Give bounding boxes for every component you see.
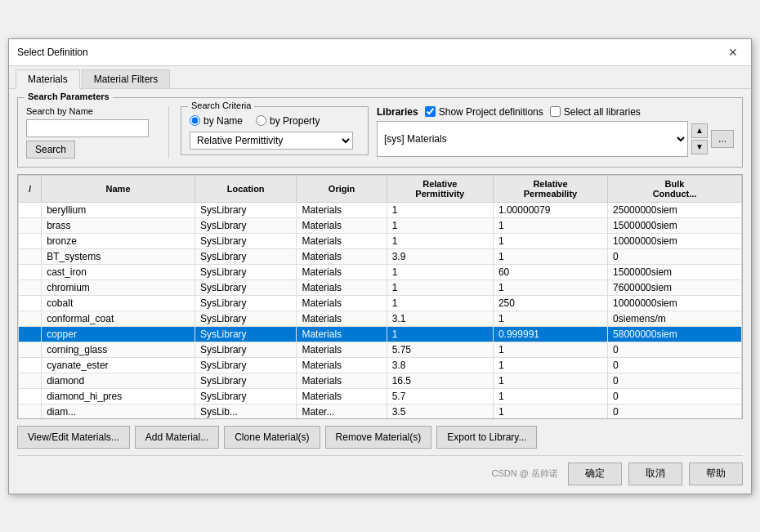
cell-location: SysLibrary — [194, 295, 297, 311]
cell-rel-perm: 1 — [387, 233, 493, 248]
cell-rel-perm: 1 — [387, 217, 493, 233]
show-project-def-label[interactable]: Show Project definitions — [425, 106, 543, 118]
cell-sort — [19, 248, 42, 264]
cell-rel-perm: 1 — [387, 264, 493, 279]
ok-button[interactable]: 确定 — [568, 463, 622, 485]
cell-sort — [19, 357, 42, 373]
select-all-libraries-label[interactable]: Select all libraries — [550, 106, 641, 118]
close-button[interactable]: ✕ — [723, 44, 743, 60]
cell-sort — [19, 326, 42, 342]
search-criteria-section: Search Criteria by Name by Property Rela… — [181, 106, 369, 155]
table-row[interactable]: brassSysLibraryMaterials1115000000siem — [19, 217, 742, 233]
cell-bulk-cond: 0 — [608, 373, 742, 388]
cell-name: cobalt — [42, 295, 195, 311]
browse-button[interactable]: ... — [711, 130, 734, 148]
cell-name: cast_iron — [42, 264, 195, 279]
cell-location: SysLibrary — [194, 388, 297, 404]
cell-origin: Materials — [297, 357, 387, 373]
table-row[interactable]: diamond_hi_presSysLibraryMaterials5.710 — [19, 388, 742, 404]
cell-sort — [19, 388, 42, 404]
cell-origin: Materials — [297, 217, 387, 233]
cell-location: SysLibrary — [194, 311, 297, 326]
cell-bulk-cond: 0siemens/m — [608, 311, 742, 326]
cell-rel-perm: 5.7 — [387, 388, 493, 404]
cell-rel-perm: 5.75 — [387, 342, 493, 357]
confirm-row: CSDN @ 岳帅诺 确定 取消 帮助 — [17, 455, 743, 485]
table-row[interactable]: berylliumSysLibraryMaterials11.000000792… — [19, 202, 742, 217]
table-row[interactable]: diam...SysLib...Mater...3.510 — [19, 404, 742, 419]
col-name[interactable]: Name — [42, 175, 195, 202]
tabs-container: Materials Material Filters — [9, 66, 751, 89]
cell-origin: Mater... — [297, 404, 387, 419]
cell-rel-permea: 1 — [493, 217, 607, 233]
cell-sort — [19, 342, 42, 357]
add-material-button[interactable]: Add Material... — [135, 426, 219, 449]
radio-by-property[interactable]: by Property — [256, 115, 320, 127]
search-params-legend: Search Parameters — [25, 92, 113, 101]
select-all-libraries-checkbox[interactable] — [550, 106, 561, 117]
library-combo[interactable]: [sys] Materials — [377, 121, 688, 157]
cancel-button[interactable]: 取消 — [628, 463, 682, 485]
cell-bulk-cond: 0 — [608, 342, 742, 357]
col-sort: / — [19, 175, 42, 202]
cell-location: SysLibrary — [194, 342, 297, 357]
library-combo-row: [sys] Materials ▲ ▼ ... — [377, 121, 734, 157]
cell-origin: Materials — [297, 202, 387, 217]
cell-rel-perm: 1 — [387, 326, 493, 342]
table-row[interactable]: corning_glassSysLibraryMaterials5.7510 — [19, 342, 742, 357]
clone-material-button[interactable]: Clone Material(s) — [224, 426, 320, 449]
remove-material-button[interactable]: Remove Material(s) — [325, 426, 432, 449]
table-row[interactable]: cyanate_esterSysLibraryMaterials3.810 — [19, 357, 742, 373]
cell-rel-permea: 1 — [493, 357, 607, 373]
table-row[interactable]: BT_systemsSysLibraryMaterials3.910 — [19, 248, 742, 264]
export-library-button[interactable]: Export to Library... — [436, 426, 537, 449]
tab-materials[interactable]: Materials — [16, 69, 80, 89]
title-bar: Select Definition ✕ — [9, 39, 751, 66]
cell-name: corning_glass — [42, 342, 195, 357]
show-project-def-text: Show Project definitions — [439, 106, 543, 118]
col-origin[interactable]: Origin — [297, 175, 387, 202]
show-project-def-checkbox[interactable] — [425, 106, 436, 117]
cell-bulk-cond: 0 — [608, 388, 742, 404]
search-params-inner: Search by Name Search Search Criteria by… — [26, 106, 734, 159]
table-row[interactable]: bronzeSysLibraryMaterials1110000000siem — [19, 233, 742, 248]
radio-by-name-label: by Name — [203, 115, 243, 127]
help-button[interactable]: 帮助 — [689, 463, 743, 485]
cell-rel-perm: 1 — [387, 202, 493, 217]
cell-origin: Materials — [297, 373, 387, 388]
table-row[interactable]: diamondSysLibraryMaterials16.510 — [19, 373, 742, 388]
cell-name: chromium — [42, 279, 195, 295]
cell-bulk-cond: 10000000siem — [608, 233, 742, 248]
col-location[interactable]: Location — [194, 175, 297, 202]
table-row[interactable]: cast_ironSysLibraryMaterials1601500000si… — [19, 264, 742, 279]
cell-sort — [19, 233, 42, 248]
view-edit-button[interactable]: View/Edit Materials... — [17, 426, 130, 449]
cell-bulk-cond: 0 — [608, 248, 742, 264]
scroll-down-btn[interactable]: ▼ — [691, 140, 708, 154]
radio-by-property-label: by Property — [270, 115, 320, 127]
table-row[interactable]: cobaltSysLibraryMaterials125010000000sie… — [19, 295, 742, 311]
dialog-title: Select Definition — [17, 47, 88, 58]
cell-location: SysLibrary — [194, 326, 297, 342]
cell-rel-perm: 3.1 — [387, 311, 493, 326]
property-dropdown[interactable]: Relative Permittivity — [190, 132, 353, 150]
watermark: CSDN @ 岳帅诺 — [492, 467, 558, 480]
dialog: Select Definition ✕ Materials Material F… — [8, 38, 752, 494]
cell-location: SysLibrary — [194, 357, 297, 373]
cell-origin: Materials — [297, 279, 387, 295]
cell-name: cyanate_ester — [42, 357, 195, 373]
cell-rel-permea: 1 — [493, 404, 607, 419]
cell-sort — [19, 311, 42, 326]
content-area: Search Parameters Search by Name Search … — [9, 89, 751, 494]
cell-rel-perm: 3.8 — [387, 357, 493, 373]
cell-location: SysLibrary — [194, 248, 297, 264]
search-button[interactable]: Search — [26, 141, 75, 159]
search-input[interactable] — [26, 119, 149, 137]
tab-material-filters[interactable]: Material Filters — [82, 69, 171, 88]
table-row[interactable]: chromiumSysLibraryMaterials117600000siem — [19, 279, 742, 295]
scroll-up-btn[interactable]: ▲ — [691, 123, 708, 138]
table-row[interactable]: copperSysLibraryMaterials10.999991580000… — [19, 326, 742, 342]
radio-by-name[interactable]: by Name — [190, 115, 243, 127]
table-row[interactable]: conformal_coatSysLibraryMaterials3.110si… — [19, 311, 742, 326]
cell-location: SysLibrary — [194, 264, 297, 279]
